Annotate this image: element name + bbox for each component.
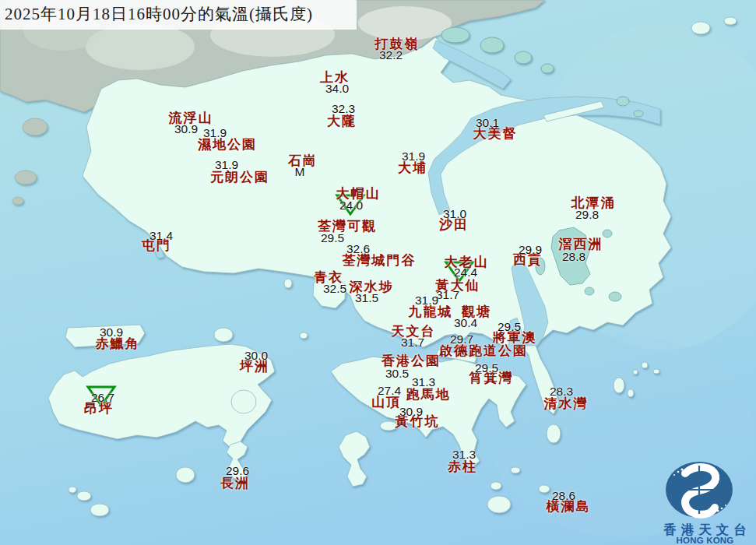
mirs-bay-island bbox=[441, 27, 469, 43]
sai-kung-islet bbox=[603, 230, 612, 237]
urban-texture bbox=[86, 23, 195, 70]
soko-island bbox=[77, 491, 91, 501]
beaufort-island bbox=[511, 467, 520, 473]
basalt-island bbox=[614, 378, 624, 393]
station-temperature-value: 29.7 bbox=[450, 332, 473, 346]
deep-bay-island bbox=[23, 118, 47, 135]
hko-temperature-map: 2025年10月18日16時00分的氣溫(攝氏度) 打鼓嶺32.2上水34.0大… bbox=[0, 0, 756, 545]
mirs-bay-island bbox=[541, 64, 554, 73]
station-temperature-value: 29.6 bbox=[226, 464, 249, 478]
station-temperature-value: 28.3 bbox=[550, 385, 573, 399]
station-temperature-value: 28.8 bbox=[562, 250, 585, 264]
station-temperature-value: 31.9 bbox=[215, 158, 238, 172]
station-temperature-value: 31.7 bbox=[401, 336, 424, 350]
station-temperature-value: 31.9 bbox=[402, 149, 425, 164]
station-temperature-value: 26.7 bbox=[91, 391, 114, 405]
soko-island bbox=[90, 504, 109, 516]
station-temperature-value: 30.9 bbox=[100, 325, 123, 339]
mirs-bay-islet bbox=[691, 22, 710, 34]
kau-yi-chau-island bbox=[300, 332, 308, 339]
station-temperature-value: 30.9 bbox=[399, 405, 423, 419]
mirs-bay-islet bbox=[724, 17, 737, 25]
station-temperature-value: 31.3 bbox=[452, 448, 476, 462]
station-temperature-value: 31.5 bbox=[355, 291, 378, 305]
station-temperature-value: 29.5 bbox=[321, 231, 344, 245]
mirs-bay-island bbox=[515, 51, 532, 64]
station-temperature-value: 32.6 bbox=[346, 242, 370, 256]
station-temperature-value: 32.3 bbox=[332, 102, 355, 116]
hei-ling-chau-island bbox=[231, 390, 256, 413]
tap-mun-island bbox=[617, 97, 629, 106]
sai-kung-islet bbox=[585, 287, 594, 295]
station-temperature-value: 29.9 bbox=[519, 243, 542, 257]
station-temperature-value: 32.2 bbox=[379, 48, 403, 62]
bluff-island bbox=[628, 389, 634, 397]
station-temperature-value: 31.9 bbox=[203, 126, 227, 140]
station-temperature-value: 31.3 bbox=[412, 375, 435, 389]
station-temperature-value: 29.5 bbox=[475, 361, 498, 375]
station-temperature-value: 28.6 bbox=[552, 489, 575, 503]
station-temperature-value: 29.8 bbox=[575, 208, 599, 222]
station-temperature-value: 27.4 bbox=[378, 384, 401, 398]
ninepin-island bbox=[653, 369, 659, 374]
station-temperature-value: 31.9 bbox=[415, 294, 438, 308]
deep-bay-island bbox=[12, 197, 23, 205]
station-temperature-value: 30.4 bbox=[454, 316, 477, 330]
station-temperature-value: 31.7 bbox=[436, 288, 459, 302]
shek-kwu-chau-island bbox=[176, 467, 195, 483]
station-temperature-value: 34.0 bbox=[325, 82, 349, 96]
hong-kong-map bbox=[0, 0, 756, 545]
ninepin-island bbox=[642, 362, 648, 368]
station-temperature-value: 30.5 bbox=[385, 367, 409, 381]
ninepin-island bbox=[633, 370, 638, 374]
station-temperature-value: 31.4 bbox=[149, 229, 173, 243]
map-title: 2025年10月18日16時00分的氣溫(攝氏度) bbox=[0, 0, 357, 30]
station-temperature-value: 29.5 bbox=[498, 320, 521, 334]
po-toi-island bbox=[487, 496, 511, 513]
hko-logo-english-name: HONG KONG OBSERVATORY bbox=[649, 536, 756, 545]
tung-lung-island bbox=[547, 424, 561, 443]
grass-island bbox=[634, 111, 643, 117]
sai-kung-islet bbox=[609, 292, 621, 301]
station-temperature-value: M bbox=[295, 165, 305, 179]
peng-chau-island bbox=[214, 328, 233, 342]
station-temperature-value: 30.0 bbox=[244, 349, 268, 363]
soko-island bbox=[69, 487, 76, 493]
station-temperature-value: 30.9 bbox=[174, 122, 198, 136]
ma-wan-island bbox=[284, 279, 292, 288]
station-temperature-value: 32.5 bbox=[323, 282, 346, 296]
mirs-bay-island bbox=[480, 37, 504, 53]
station-temperature-value: 30.1 bbox=[476, 116, 499, 130]
po-toi-islet bbox=[491, 482, 501, 490]
deep-bay-island bbox=[15, 171, 37, 185]
waglan-island bbox=[539, 485, 550, 493]
station-temperature-value: 24.0 bbox=[339, 199, 363, 213]
lamma-island bbox=[339, 431, 370, 487]
station-temperature-value: 31.0 bbox=[443, 207, 466, 221]
hko-logo: 香港天文台 HONG KONG OBSERVATORY bbox=[654, 450, 756, 545]
